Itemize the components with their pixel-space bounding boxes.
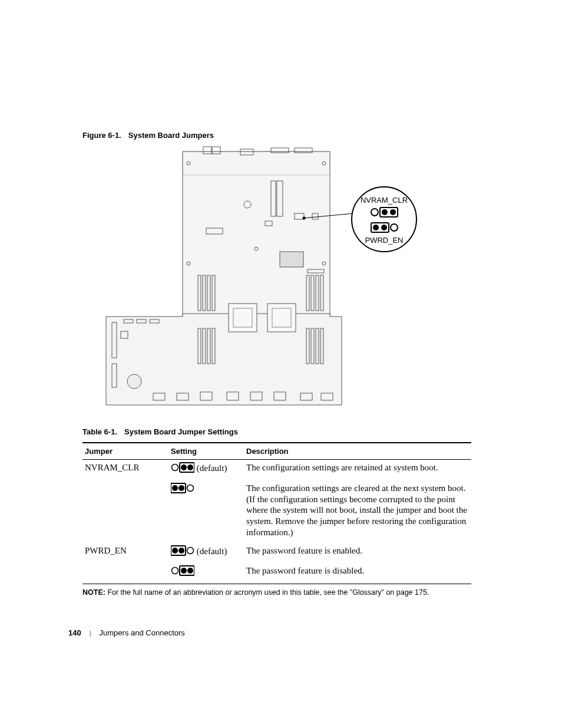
cell-setting: (default): [168, 460, 244, 480]
table-caption: Table 6-1.System Board Jumper Settings: [82, 427, 471, 436]
figure-system-board-jumpers: NVRAM_CLR PWRD_EN: [94, 146, 418, 417]
cell-jumper: [82, 563, 168, 584]
jumper-pins-icon: [171, 545, 194, 559]
cell-jumper: PWRD_EN: [82, 543, 168, 564]
svg-point-75: [178, 548, 184, 554]
cell-description: The password feature is disabled.: [244, 563, 471, 584]
th-jumper: Jumper: [82, 443, 168, 460]
cell-description: The configuration settings are retained …: [244, 460, 471, 480]
svg-point-70: [172, 485, 178, 491]
svg-rect-32: [306, 328, 309, 364]
table-row: The configuration settings are cleared a…: [82, 480, 471, 543]
svg-point-46: [127, 374, 141, 388]
figure-caption: Figure 6-1.System Board Jumpers: [82, 131, 471, 140]
callout-nvram-clr: NVRAM_CLR: [361, 196, 408, 205]
svg-rect-30: [316, 275, 319, 311]
svg-point-72: [187, 485, 194, 491]
svg-point-62: [373, 225, 379, 230]
svg-rect-38: [267, 304, 296, 332]
svg-rect-17: [280, 252, 303, 267]
svg-rect-35: [320, 328, 323, 364]
svg-point-79: [181, 568, 187, 574]
cell-setting: [168, 563, 244, 584]
svg-rect-31: [320, 275, 323, 311]
cell-jumper: NVRAM_CLR: [82, 460, 168, 480]
cell-description: The configuration settings are cleared a…: [244, 480, 471, 543]
footer-section: Jumpers and Connectors: [100, 628, 185, 637]
note-label: NOTE:: [82, 588, 105, 597]
svg-point-63: [381, 225, 387, 230]
svg-rect-29: [311, 275, 314, 311]
svg-point-65: [172, 465, 178, 471]
page-footer: 140 | Jumpers and Connectors: [68, 628, 185, 637]
svg-point-76: [187, 547, 194, 554]
svg-rect-34: [316, 328, 319, 364]
svg-rect-26: [207, 328, 210, 364]
jumper-pins-icon: [171, 565, 194, 579]
svg-point-60: [390, 209, 396, 215]
default-label: (default): [197, 463, 227, 473]
svg-rect-36: [229, 304, 257, 332]
svg-rect-27: [212, 328, 215, 364]
svg-point-67: [181, 465, 187, 470]
th-setting: Setting: [168, 443, 244, 460]
cell-description: The password feature is enabled.: [244, 543, 471, 564]
jumper-pins-icon: [171, 462, 194, 476]
svg-rect-33: [311, 328, 314, 364]
figure-ref: Figure 6-1.: [82, 131, 121, 140]
svg-rect-21: [203, 275, 206, 311]
svg-rect-20: [198, 275, 201, 311]
svg-rect-25: [203, 328, 206, 364]
svg-point-57: [371, 209, 378, 216]
table-title: System Board Jumper Settings: [124, 427, 238, 436]
th-description: Description: [244, 443, 471, 460]
cell-setting: (default): [168, 543, 244, 564]
jumper-settings-table: Jumper Setting Description NVRAM_CLR (de…: [82, 442, 471, 584]
svg-point-59: [382, 209, 388, 215]
note-text: For the full name of an abbreviation or …: [107, 588, 429, 597]
svg-rect-24: [198, 328, 201, 364]
svg-rect-28: [306, 275, 309, 311]
jumper-pins-icon: [171, 483, 194, 496]
table-row: NVRAM_CLR (default)The configuration set…: [82, 460, 471, 480]
table-ref: Table 6-1.: [82, 427, 117, 436]
svg-point-77: [172, 568, 178, 574]
system-board-diagram-svg: NVRAM_CLR PWRD_EN: [94, 146, 418, 417]
svg-point-68: [187, 465, 193, 470]
figure-title: System Board Jumpers: [128, 131, 214, 140]
page-number: 140: [68, 628, 81, 637]
svg-rect-22: [207, 275, 210, 311]
svg-point-80: [187, 568, 193, 574]
svg-point-71: [178, 485, 184, 491]
svg-point-74: [172, 548, 178, 554]
svg-point-64: [391, 224, 398, 231]
default-label: (default): [197, 546, 227, 555]
cell-jumper: [82, 480, 168, 543]
table-note: NOTE: For the full name of an abbreviati…: [82, 588, 471, 597]
table-row: PWRD_EN (default)The password feature is…: [82, 543, 471, 564]
callout-pwrd-en: PWRD_EN: [365, 236, 403, 245]
svg-rect-23: [212, 275, 215, 311]
footer-separator: |: [90, 630, 91, 637]
table-row: The password feature is disabled.: [82, 563, 471, 584]
cell-setting: [168, 480, 244, 543]
